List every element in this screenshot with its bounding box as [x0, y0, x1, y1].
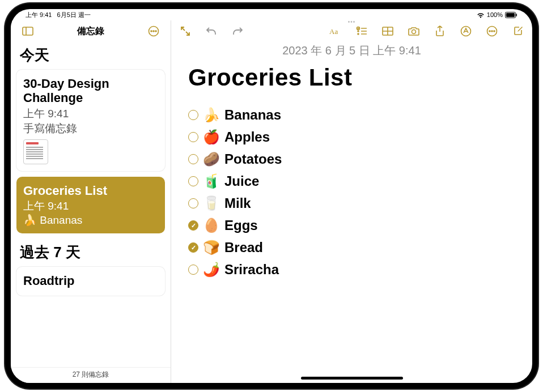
item-emoji-icon: 🌶️: [203, 263, 220, 276]
checkbox[interactable]: [188, 198, 198, 208]
item-emoji-icon: 🍞: [203, 241, 220, 254]
notes-sidebar: 備忘錄 今天30-Day Design Challenge上午 9:41手寫備忘…: [11, 20, 171, 383]
editor-body[interactable]: Groceries List 🍌Bananas🍎Apples🥔Potatoes🧃…: [171, 62, 532, 383]
multitask-dots-icon[interactable]: •••: [346, 20, 358, 21]
svg-point-6: [151, 31, 152, 32]
checklist-item[interactable]: 🥔Potatoes: [188, 152, 515, 166]
camera-button[interactable]: [408, 25, 420, 37]
svg-point-24: [494, 31, 495, 32]
item-emoji-icon: 🍎: [203, 130, 220, 144]
item-label: Potatoes: [224, 152, 282, 166]
battery-pct: 100%: [487, 11, 503, 18]
checkbox[interactable]: [188, 242, 198, 253]
note-editor: •••: [171, 20, 532, 383]
home-indicator[interactable]: [301, 377, 403, 380]
compose-button[interactable]: [512, 25, 524, 37]
checkbox[interactable]: [188, 110, 198, 120]
checklist-item[interactable]: 🥛Milk: [188, 197, 515, 210]
item-label: Juice: [224, 174, 259, 188]
svg-point-7: [153, 31, 154, 32]
item-label: Apples: [224, 130, 270, 144]
sidebar-title: 備忘錄: [36, 25, 146, 37]
undo-button[interactable]: [205, 25, 218, 37]
ipad-frame: 上午 9:41 6月5日 週一 100% 備忘錄: [5, 3, 538, 389]
svg-text:Aa: Aa: [329, 27, 338, 36]
checkbox[interactable]: [188, 265, 198, 275]
svg-point-15: [358, 33, 359, 35]
item-emoji-icon: 🥛: [203, 197, 220, 210]
item-label: Milk: [224, 197, 251, 210]
status-time: 上午 9:41: [26, 11, 52, 18]
screen: 上午 9:41 6月5日 週一 100% 備忘錄: [11, 9, 532, 383]
redo-button[interactable]: [231, 25, 244, 37]
note-list-item[interactable]: Groceries List上午 9:41🍌 Bananas: [16, 177, 165, 233]
svg-point-22: [489, 31, 490, 32]
svg-point-8: [155, 31, 156, 32]
item-label: Bananas: [224, 108, 281, 122]
svg-rect-1: [506, 13, 515, 17]
note-title[interactable]: Groceries List: [188, 64, 515, 91]
share-button[interactable]: [434, 25, 446, 37]
checklist-button[interactable]: [355, 25, 368, 37]
note-item-title: 30-Day Design Challenge: [23, 76, 158, 105]
sidebar-more-button[interactable]: [146, 23, 162, 39]
checkbox[interactable]: [188, 220, 198, 231]
checklist[interactable]: 🍌Bananas🍎Apples🥔Potatoes🧃Juice🥛Milk🥚Eggs…: [188, 108, 515, 276]
checklist-item[interactable]: 🧃Juice: [188, 174, 515, 188]
item-emoji-icon: 🧃: [203, 174, 220, 188]
note-thumbnail: [23, 139, 48, 164]
sidebar-toggle-button[interactable]: [20, 23, 36, 39]
svg-rect-2: [516, 14, 517, 16]
checklist-item[interactable]: 🍌Bananas: [188, 108, 515, 122]
section-header: 今天: [14, 42, 167, 67]
sidebar-footer: 27 則備忘錄: [11, 367, 171, 383]
item-emoji-icon: 🥚: [203, 219, 220, 232]
table-button[interactable]: [381, 25, 394, 37]
battery-icon: [505, 11, 517, 19]
status-bar: 上午 9:41 6月5日 週一 100%: [11, 9, 532, 20]
checkbox[interactable]: [188, 176, 198, 186]
checklist-item[interactable]: 🥚Eggs: [188, 219, 515, 232]
checkbox[interactable]: [188, 132, 198, 142]
note-item-preview: 🍌 Bananas: [23, 214, 158, 227]
svg-point-19: [412, 30, 416, 34]
sidebar-body[interactable]: 今天30-Day Design Challenge上午 9:41手寫備忘錄Gro…: [11, 42, 171, 367]
sidebar-toolbar: 備忘錄: [11, 20, 171, 42]
item-label: Bread: [224, 241, 263, 254]
fullscreen-button[interactable]: [179, 25, 192, 37]
checkbox[interactable]: [188, 154, 198, 164]
note-item-time: 上午 9:41: [23, 199, 158, 214]
item-emoji-icon: 🥔: [203, 152, 220, 166]
note-date: 2023 年 6 月 5 日 上午 9:41: [171, 42, 532, 62]
wifi-icon: [477, 11, 485, 18]
svg-point-23: [491, 31, 493, 32]
note-list-item[interactable]: 30-Day Design Challenge上午 9:41手寫備忘錄: [16, 70, 165, 171]
svg-rect-3: [23, 27, 33, 35]
checklist-item[interactable]: 🍎Apples: [188, 130, 515, 144]
section-header: 過去 7 天: [14, 239, 167, 265]
markup-button[interactable]: [460, 25, 472, 37]
item-label: Eggs: [224, 219, 258, 232]
note-list-item[interactable]: Roadtrip: [16, 267, 165, 296]
checklist-item[interactable]: 🍞Bread: [188, 241, 515, 254]
item-label: Sriracha: [224, 263, 279, 276]
note-item-time: 上午 9:41: [23, 106, 158, 121]
checklist-item[interactable]: 🌶️Sriracha: [188, 263, 515, 276]
status-date: 6月5日 週一: [57, 11, 91, 18]
svg-point-14: [358, 31, 359, 32]
format-button[interactable]: Aa: [329, 25, 342, 37]
note-item-title: Roadtrip: [23, 274, 158, 288]
note-item-preview: 手寫備忘錄: [23, 121, 158, 136]
item-emoji-icon: 🍌: [203, 108, 220, 122]
note-item-title: Groceries List: [23, 184, 158, 198]
more-button[interactable]: [486, 25, 498, 37]
